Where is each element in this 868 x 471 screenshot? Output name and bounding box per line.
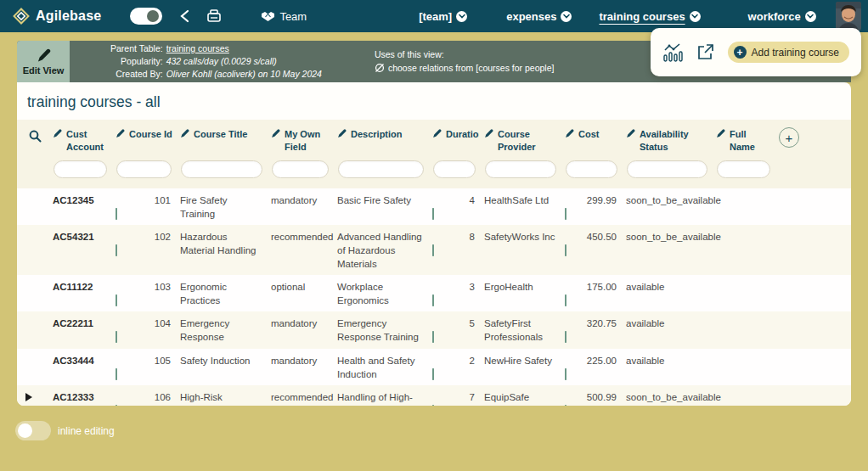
table-body: AC12345 101 Fire Safety Training mandato… [17,188,851,406]
cell-course-id: 106 [116,390,180,406]
parent-table-link[interactable]: training courses [166,42,322,55]
value-bar [432,294,434,306]
pencil-icon [432,129,442,138]
add-column-button[interactable]: + [779,127,799,148]
filter-input-course-provider[interactable] [485,160,556,178]
cell-availability-status: available [626,354,716,381]
cell-my-own-field: mandatory [271,193,337,221]
inline-editing-control: inline editing [15,421,868,440]
edit-view-button[interactable]: Edit View [17,41,70,82]
table-row[interactable]: AC22211 104 Emergency Response mandatory… [17,311,851,348]
table-row[interactable]: AC12345 101 Fire Safety Training mandato… [17,188,851,225]
filter-input-course-title[interactable] [181,160,262,178]
cell-duration: 7 [432,390,484,406]
column-header-cust-account[interactable]: Cust Account [53,125,116,155]
uses-value[interactable]: choose relations from [courses for peopl… [388,62,555,76]
filter-input-full-name[interactable] [717,160,770,178]
pencil-icon [37,48,51,63]
handshake-icon [261,11,275,22]
brand-logo[interactable]: Agilebase [12,7,101,25]
user-avatar[interactable] [836,2,861,31]
edit-view-label: Edit View [23,65,65,76]
add-training-course-button[interactable]: + Add training course [728,42,849,63]
cell-my-own-field: optional [271,280,337,307]
table-row[interactable]: AC33444 105 Safety Induction mandatory H… [17,349,851,385]
value-bar [116,208,117,220]
menu-team-group[interactable]: [team] [419,10,467,23]
filter-input-my-own-field[interactable] [272,160,329,178]
cell-cust-account: AC22211 [53,317,116,344]
popularity-label: Popularity: [110,55,163,68]
value-bar [432,244,434,256]
cell-duration: 3 [432,280,484,307]
filter-input-cust-account[interactable] [54,160,107,178]
cell-availability-status: soon_to_be_available [626,230,716,271]
menu-training-courses[interactable]: training courses [599,10,700,23]
chevron-down-icon [805,11,816,22]
filter-input-duration[interactable] [433,160,476,178]
menu-expenses[interactable]: expenses [506,10,572,23]
chart-icon[interactable] [662,43,683,62]
table-row[interactable]: AC11122 103 Ergonomic Practices optional… [17,275,851,311]
cell-course-id: 105 [116,354,180,381]
brand-name: Agilebase [36,8,101,24]
pencil-icon [337,129,347,138]
value-bar [565,405,566,406]
table-row[interactable]: AC54321 102 Hazardous Material Handling … [17,225,851,275]
cell-full-name [716,230,779,271]
value-bar [116,405,117,406]
value-bar [565,208,566,220]
filter-input-description[interactable] [338,160,424,178]
cell-cost: 225.00 [565,354,626,381]
popularity-value: 432 calls/day (0.0029 s/call) [166,55,322,68]
cell-cust-account: AC12345 [53,193,116,221]
column-header-full-name[interactable]: Full Name [716,125,779,155]
chevron-down-icon [456,11,467,22]
cell-course-title: Hazardous Material Handling [180,230,271,271]
value-bar [432,368,434,380]
column-header-cost[interactable]: Cost [565,125,626,155]
cell-cost: 175.00 [565,280,626,307]
table-row[interactable]: AC12333 106 High-Risk Equipment Safety r… [17,385,851,406]
column-header-course-title[interactable]: Course Title [180,125,271,155]
filter-input-cost[interactable] [566,160,617,178]
external-link-icon[interactable] [696,43,714,61]
column-header-duration[interactable]: Duration [432,125,484,155]
filter-row [17,155,851,188]
cell-course-id: 101 [116,193,180,221]
cell-course-provider: ErgoHealth [484,280,565,307]
search-icon[interactable] [17,125,53,155]
view-card: training courses - all Cust Account Cour… [17,82,851,406]
column-header-course-provider[interactable]: Course Provider [484,125,565,155]
column-header-availability-status[interactable]: Availability Status [626,125,716,155]
cell-course-title: Safety Induction [180,354,271,381]
pencil-icon [53,129,62,138]
cell-course-title: Ergonomic Practices [180,280,271,307]
actions-card: + Add training course [651,28,861,76]
chevron-down-icon [690,11,701,22]
back-chevron-icon[interactable] [179,9,189,23]
column-header-course-id[interactable]: Course Id [116,125,180,155]
cell-cust-account: AC11122 [53,280,116,307]
menu-workforce[interactable]: workforce [748,10,816,23]
printer-icon[interactable] [206,9,222,23]
row-selected-marker-icon [25,393,32,401]
filter-input-availability-status[interactable] [627,160,707,178]
nav-toggle-knob [147,10,159,22]
column-header-description[interactable]: Description [337,125,432,155]
pencil-icon [484,129,493,138]
cell-course-id: 104 [116,317,180,344]
filter-input-course-id[interactable] [116,160,172,178]
cell-full-name [716,193,779,221]
value-bar [565,244,566,256]
column-header-my-own-field[interactable]: My Own Field [271,125,337,155]
cell-my-own-field: mandatory [271,354,337,381]
value-bar [565,294,566,306]
inline-editing-toggle[interactable] [15,421,51,440]
nav-toggle[interactable] [130,8,162,25]
team-menu[interactable]: Team [261,10,307,23]
pencil-icon [716,129,725,138]
value-bar [565,368,566,380]
pencil-icon [565,129,574,138]
cell-description: Emergency Response Training [337,317,432,344]
